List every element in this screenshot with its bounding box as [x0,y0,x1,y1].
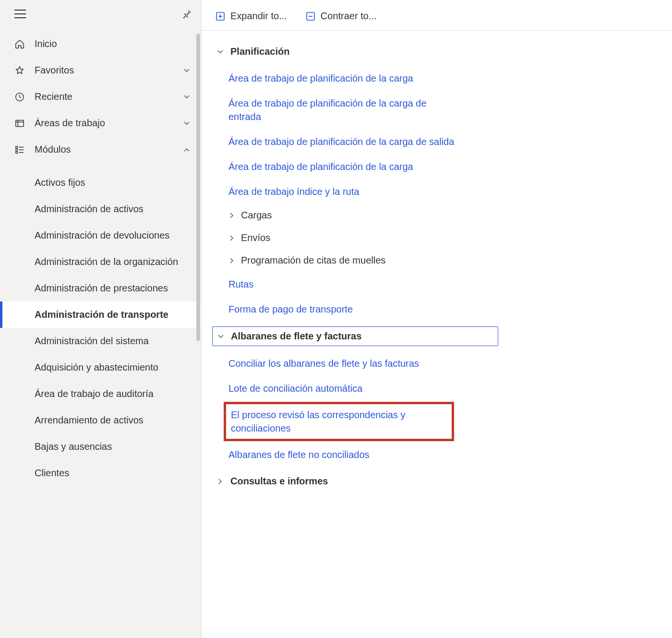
planning-link[interactable]: Área de trabajo índice y la ruta [228,179,459,204]
module-item[interactable]: Administración de prestaciones [0,275,201,301]
main-panel: Expandir to... Contraer to... Planificac… [202,0,672,638]
sidebar: Inicio Favoritos Reciente [0,0,202,638]
star-icon [14,65,28,76]
app-root: Inicio Favoritos Reciente [0,0,672,638]
freight-link-highlighted[interactable]: El proceso revisó las correspondencias y… [224,402,454,441]
module-item[interactable]: Administración del sistema [0,328,201,354]
workspace-icon [14,118,28,129]
module-item-active[interactable]: Administración de transporte [0,301,201,328]
chevron-down-icon [183,93,191,101]
planning-link[interactable]: Área de trabajo de planificación de la c… [228,129,459,154]
sidebar-header [0,0,201,27]
chevron-right-icon [228,235,237,241]
svg-rect-3 [16,149,18,151]
planning-links: Área de trabajo de planificación de la c… [212,61,498,326]
freight-link[interactable]: Lote de conciliación automática [228,376,459,401]
modules-icon [14,144,28,155]
module-item[interactable]: Área de trabajo de auditoría [0,381,201,407]
expand-all-button[interactable]: Expandir to... [216,11,287,22]
section-reports-header[interactable]: Consultas e informes [212,472,498,491]
pin-icon[interactable] [182,9,192,19]
nav-recent-label: Reciente [28,91,183,102]
chevron-right-icon [217,478,226,485]
nav-workspaces[interactable]: Áreas de trabajo [0,110,201,136]
nav-home[interactable]: Inicio [0,31,201,57]
nav-home-label: Inicio [28,38,191,49]
modules-sublist: Activos fijos Administración de activos … [0,167,201,489]
subgroup-cargas[interactable]: Cargas [228,204,498,227]
section-freight-header[interactable]: Albaranes de flete y facturas [212,326,498,346]
svg-rect-2 [16,146,18,148]
module-item[interactable]: Bajas y ausencias [0,433,201,460]
freight-links: Conciliar los albaranes de flete y las f… [212,346,498,472]
collapse-label: Contraer to... [321,11,377,22]
chevron-down-icon [183,67,191,74]
nav-modules-label: Módulos [28,144,183,155]
nav-favorites[interactable]: Favoritos [0,57,201,84]
chevron-down-icon [217,333,226,340]
expand-label: Expandir to... [230,11,287,22]
section-planning-header[interactable]: Planificación [212,42,498,61]
module-item[interactable]: Administración de activos [0,196,201,222]
module-item[interactable]: Clientes [0,460,201,486]
module-item[interactable]: Arrendamiento de activos [0,407,201,433]
module-item[interactable]: Adquisición y abastecimiento [0,354,201,381]
module-item[interactable]: Activos fijos [0,169,201,196]
planning-link-rutas[interactable]: Rutas [228,272,459,297]
planning-link[interactable]: Área de trabajo de planificación de la c… [228,91,459,129]
chevron-down-icon [183,120,191,127]
home-icon [14,39,28,49]
planning-link[interactable]: Área de trabajo de planificación de la c… [228,66,459,91]
svg-rect-1 [16,120,24,126]
freight-link[interactable]: Conciliar los albaranes de flete y las f… [228,351,459,376]
svg-rect-4 [16,151,18,153]
expand-icon [216,12,225,21]
chevron-down-icon [217,48,226,55]
nav-workspaces-label: Áreas de trabajo [28,118,183,129]
planning-link[interactable]: Área de trabajo de planificación de la c… [228,154,459,179]
toolbar: Expandir to... Contraer to... [202,0,672,31]
subgroup-envios[interactable]: Envíos [228,227,498,249]
subgroup-label: Envíos [241,232,270,243]
collapse-icon [306,12,315,21]
section-freight-title: Albaranes de flete y facturas [231,331,361,342]
subgroup-label: Cargas [241,210,272,221]
hamburger-icon[interactable] [14,10,26,18]
sidebar-scrollbar[interactable] [196,34,200,341]
module-item[interactable]: Administración de devoluciones [0,222,201,249]
freight-link[interactable]: Albaranes de flete no conciliados [228,442,459,467]
chevron-right-icon [228,212,237,219]
subgroup-citas[interactable]: Programación de citas de muelles [228,249,498,272]
chevron-up-icon [183,146,191,154]
section-reports-title: Consultas e informes [230,476,328,487]
collapse-all-button[interactable]: Contraer to... [306,11,377,22]
subgroup-label: Programación de citas de muelles [241,255,385,266]
content: Planificación Área de trabajo de planifi… [202,31,509,510]
module-item[interactable]: Administración de la organización [0,249,201,275]
nav-modules[interactable]: Módulos [0,136,201,163]
chevron-right-icon [228,257,237,264]
nav-list: Inicio Favoritos Reciente [0,27,201,167]
clock-icon [14,92,28,102]
planning-link-forma-pago[interactable]: Forma de pago de transporte [228,297,459,322]
nav-recent[interactable]: Reciente [0,84,201,110]
section-planning-title: Planificación [230,46,289,57]
nav-favorites-label: Favoritos [28,65,183,76]
